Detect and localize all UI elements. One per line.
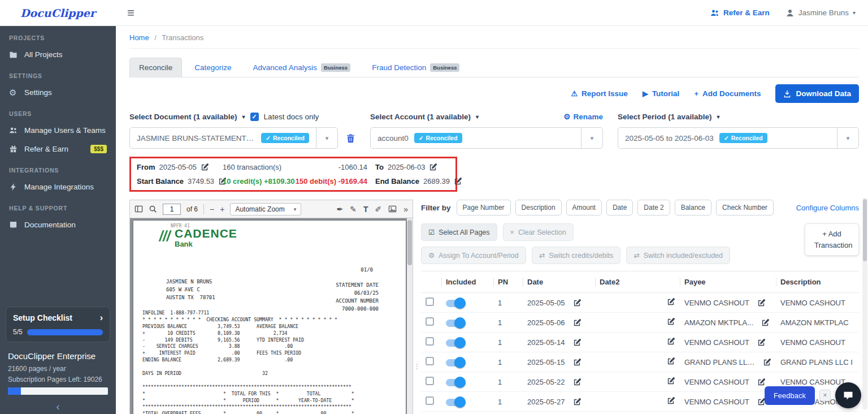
row-checkbox[interactable] — [426, 337, 434, 346]
filter-chip-balance[interactable]: Balance — [675, 200, 711, 215]
edit-date-icon[interactable] — [573, 299, 581, 307]
tab-advanced-analysis[interactable]: Advanced Analysis Business — [244, 58, 360, 77]
edit-date2-icon[interactable] — [667, 377, 675, 385]
included-toggle[interactable] — [446, 339, 465, 347]
header-payee[interactable]: Payee — [680, 271, 776, 293]
included-toggle[interactable] — [446, 300, 465, 307]
filter-chip-date[interactable]: Date — [606, 200, 633, 215]
edit-date2-icon[interactable] — [667, 297, 675, 306]
header-date[interactable]: Date — [523, 271, 595, 293]
edit-date-icon[interactable] — [573, 338, 581, 347]
setup-checklist-card[interactable]: Setup Checklist › 5/5 — [6, 307, 110, 342]
period-dropdown-caret[interactable]: ▾ — [837, 128, 858, 148]
tab-reconcile[interactable]: Reconcile — [129, 58, 182, 77]
configure-columns-link[interactable]: Configure Columns — [792, 204, 859, 212]
select-period-label[interactable]: Select Period (1 available) — [618, 113, 712, 121]
filter-chip-page-number[interactable]: Page Number — [457, 200, 511, 215]
report-issue-link[interactable]: ⚠ Report Issue — [571, 89, 627, 98]
pdf-sidebar-toggle-icon[interactable] — [134, 205, 143, 213]
sidebar-item-manage-integrations[interactable]: Manage Integrations — [0, 178, 116, 196]
sidebar-item-settings[interactable]: ⚙ Settings — [0, 83, 116, 102]
included-toggle[interactable] — [446, 320, 465, 327]
row-checkbox[interactable] — [426, 317, 434, 326]
feedback-close-button[interactable]: × — [819, 390, 831, 401]
edit-payee-icon[interactable] — [757, 338, 766, 347]
included-toggle[interactable] — [446, 399, 465, 406]
document-dropdown[interactable]: JASMINE BRUNS-STATEMENT 3.pdf ✓ Reconcil… — [129, 127, 338, 149]
pdf-signature-icon[interactable]: ✒ — [336, 205, 343, 214]
sidebar-item-documentation[interactable]: Documentation — [0, 215, 116, 234]
pdf-freetext-icon[interactable]: T — [363, 205, 368, 214]
rename-account-link[interactable]: ⚙ Rename — [563, 112, 603, 121]
delete-document-button[interactable] — [346, 133, 355, 143]
select-account-label[interactable]: Select Account (1 available) — [370, 113, 471, 121]
header-description[interactable]: Description — [776, 271, 859, 293]
edit-end-balance-icon[interactable] — [454, 177, 462, 186]
splitter-drag-handle[interactable]: ⋮ — [413, 200, 421, 414]
add-documents-link[interactable]: + Add Documents — [694, 89, 761, 98]
row-checkbox[interactable] — [426, 396, 434, 405]
select-document-label[interactable]: Select Document (1 available) — [129, 113, 237, 121]
pdf-highlight-icon[interactable]: ✎ — [350, 205, 357, 214]
sidebar-item-refer-earn[interactable]: Refer & Earn $$$ — [0, 140, 116, 158]
feedback-button[interactable]: Feedback — [765, 386, 815, 405]
sidebar-item-manage-users[interactable]: Manage Users & Teams — [0, 121, 116, 140]
table-scrollbar-thumb[interactable] — [863, 199, 867, 261]
hamburger-menu-icon[interactable]: ≡ — [127, 6, 134, 20]
table-scrollbar[interactable] — [862, 198, 867, 409]
sidebar-item-all-projects[interactable]: All Projects — [0, 45, 116, 64]
latest-docs-checkbox[interactable]: ✓ — [250, 113, 259, 121]
switch-credits-debits-button[interactable]: ⇄Switch credits/debits — [532, 247, 620, 264]
pdf-more-tools-icon[interactable]: » — [403, 205, 408, 214]
sidebar-collapse-button[interactable]: ‹ — [0, 399, 116, 414]
edit-from-date-icon[interactable] — [201, 163, 209, 171]
header-date2[interactable]: Date2 — [595, 271, 680, 293]
filter-chip-date2[interactable]: Date 2 — [637, 200, 670, 215]
document-dropdown-caret[interactable]: ▾ — [316, 128, 337, 148]
pdf-search-icon[interactable] — [149, 205, 157, 213]
chat-widget-button[interactable] — [835, 382, 861, 408]
topbar-refer-earn-link[interactable]: Refer & Earn — [710, 8, 770, 18]
add-transaction-button[interactable]: + Add Transaction — [805, 223, 859, 256]
edit-date-icon[interactable] — [573, 318, 581, 327]
edit-date2-icon[interactable] — [667, 337, 675, 346]
filter-chip-check-number[interactable]: Check Number — [716, 200, 774, 215]
assign-account-period-button[interactable]: ⚙Assign To Account/Period — [421, 247, 526, 264]
filter-chip-amount[interactable]: Amount — [566, 200, 602, 215]
pdf-zoom-select[interactable]: Automatic Zoom ▾ — [230, 203, 301, 215]
pdf-scrollbar-thumb[interactable] — [407, 220, 412, 265]
tutorial-link[interactable]: ▶ Tutorial — [643, 89, 680, 98]
pdf-draw-icon[interactable]: ✐ — [375, 205, 381, 214]
pdf-zoom-in-icon[interactable]: + — [220, 205, 224, 214]
select-all-pages-button[interactable]: ☑Select All Pages — [421, 223, 497, 241]
pdf-zoom-out-icon[interactable]: − — [210, 205, 214, 214]
period-dropdown[interactable]: 2025-05-05 to 2025-06-03 ✓ Reconciled ▾ — [618, 127, 859, 149]
row-checkbox[interactable] — [426, 357, 434, 365]
account-dropdown-caret[interactable]: ▾ — [581, 128, 602, 148]
edit-payee-icon[interactable] — [763, 358, 771, 366]
edit-date-icon[interactable] — [573, 358, 581, 366]
user-menu[interactable]: Jasmine Bruns ▾ — [785, 8, 856, 18]
edit-to-date-icon[interactable] — [429, 163, 437, 171]
edit-date2-icon[interactable] — [667, 317, 675, 326]
header-included[interactable]: Included — [441, 271, 493, 293]
breadcrumb-home-link[interactable]: Home — [129, 33, 149, 42]
clear-selection-button[interactable]: ×Clear Selection — [503, 223, 574, 241]
filter-chip-description[interactable]: Description — [515, 200, 562, 215]
pdf-scrollbar[interactable] — [407, 218, 413, 414]
tab-fraud-detection[interactable]: Fraud Detection Business — [363, 58, 468, 77]
edit-date2-icon[interactable] — [667, 357, 675, 365]
download-data-button[interactable]: Download Data — [775, 84, 859, 103]
pdf-canvas-area[interactable]: NPFR 41 CADENCE Bank 01/0 JASMINE N BRUN… — [130, 218, 413, 414]
included-toggle[interactable] — [446, 379, 465, 386]
header-pn[interactable]: PN — [493, 271, 523, 293]
pdf-page-input[interactable] — [163, 204, 181, 215]
edit-payee-icon[interactable] — [757, 299, 766, 307]
edit-payee-icon[interactable] — [761, 318, 770, 327]
tab-categorize[interactable]: Categorize — [185, 58, 240, 77]
row-checkbox[interactable] — [426, 377, 434, 385]
switch-included-excluded-button[interactable]: ⇄Switch included/excluded — [626, 247, 730, 264]
included-toggle[interactable] — [446, 359, 465, 366]
account-dropdown[interactable]: account0 ✓ Reconciled ▾ — [370, 127, 603, 149]
edit-date2-icon[interactable] — [667, 396, 675, 405]
